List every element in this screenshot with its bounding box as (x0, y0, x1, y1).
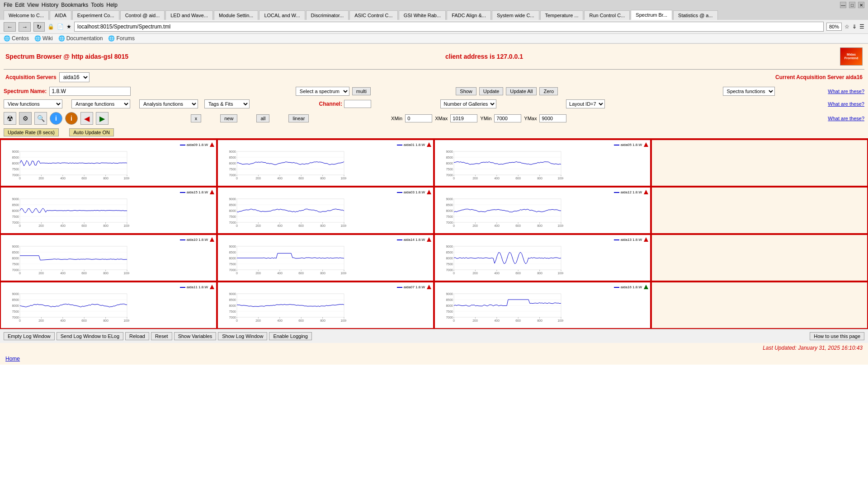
minimize-button[interactable]: — (840, 2, 846, 8)
enable-logging-button[interactable]: Enable Logging (269, 332, 311, 340)
multi-button[interactable]: multi (352, 87, 371, 95)
tab-spectrum[interactable]: Spectrum Br... (631, 10, 672, 20)
prev-arrow-icon[interactable]: ◀ (80, 112, 93, 125)
file-menu[interactable]: File (4, 2, 12, 8)
update-rate-button[interactable]: Update Rate (8 secs) (4, 128, 59, 136)
send-log-button[interactable]: Send Log Window to ELog (57, 332, 123, 340)
zero-button[interactable]: Zero (539, 87, 558, 95)
bookmark-documentation[interactable]: 🌐 Documentation (58, 35, 103, 42)
linear-button[interactable]: linear (288, 114, 309, 122)
tools-menu[interactable]: Tools (91, 2, 104, 8)
tab-temperature[interactable]: Temperature ... (540, 10, 584, 20)
xmax-input[interactable] (450, 114, 477, 122)
chart-cell-empty3[interactable] (651, 234, 868, 282)
chart-cell-aida09[interactable]: aida09 1.8.W7000750080008500900002004006… (0, 139, 217, 187)
show-log-window-button[interactable]: Show Log Window (218, 332, 267, 340)
chart-cell-aida15[interactable]: aida15 1.8.W7000750080008500900002004006… (0, 187, 217, 234)
download-icon[interactable]: ⇓ (852, 23, 857, 30)
xmin-input[interactable] (405, 114, 432, 122)
tab-discriminator[interactable]: Discriminator... (306, 10, 349, 20)
num-galleries-select[interactable]: Number of Galleries (440, 99, 496, 108)
layout-id-select[interactable]: Layout ID=7 (566, 99, 605, 108)
spectrum-name-input[interactable] (49, 87, 131, 96)
bookmark-wiki[interactable]: 🌐 Wiki (34, 35, 53, 42)
tab-led[interactable]: LED and Wave... (165, 10, 213, 20)
chart-cell-empty4[interactable] (651, 282, 868, 329)
tab-fadc[interactable]: FADC Align &... (447, 10, 491, 20)
menu-icon[interactable]: ☰ (859, 23, 864, 30)
address-input[interactable] (74, 22, 824, 32)
bookmark-forums[interactable]: 🌐 Forums (108, 35, 135, 42)
update-all-button[interactable]: Update All (506, 87, 537, 95)
bookmark-centos[interactable]: 🌐 Centos (4, 35, 29, 42)
x-button[interactable]: x (191, 114, 202, 122)
tab-welcome[interactable]: Welcome to C... (4, 10, 49, 20)
star-icon[interactable]: ☆ (844, 23, 849, 30)
svg-text:7000: 7000 (12, 316, 19, 319)
what-these-3[interactable]: What are these? (828, 116, 864, 121)
ymin-input[interactable] (494, 114, 521, 122)
forward-button[interactable]: → (19, 22, 31, 32)
analysis-functions-select[interactable]: Analysis functions (139, 99, 198, 108)
bookmarks-menu[interactable]: Bookmarks (61, 2, 88, 8)
what-these-1[interactable]: What are these? (828, 89, 864, 94)
next-arrow-icon[interactable]: ▶ (96, 112, 108, 125)
arrange-functions-select[interactable]: Arrange functions (71, 99, 130, 108)
chart-cell-empty1[interactable] (651, 139, 868, 187)
help-menu[interactable]: Help (106, 2, 118, 8)
all-button[interactable]: all (256, 114, 269, 122)
how-to-button[interactable]: How to use this page (810, 332, 864, 340)
show-button[interactable]: Show (456, 87, 476, 95)
tab-statistics[interactable]: Statistics @ a... (673, 10, 718, 20)
tab-module[interactable]: Module Settin... (214, 10, 258, 20)
update-button[interactable]: Update (479, 87, 503, 95)
tab-gsi[interactable]: GSI White Rab... (399, 10, 446, 20)
chart-cell-empty2[interactable] (651, 187, 868, 234)
select-spectrum-dropdown[interactable]: Select a spectrum (296, 87, 349, 96)
what-these-2[interactable]: What are these? (828, 101, 864, 107)
ymax-input[interactable] (539, 114, 566, 122)
maximize-button[interactable]: □ (849, 2, 855, 8)
reload-nav-button[interactable]: ↻ (33, 22, 45, 32)
tab-system[interactable]: System wide C... (492, 10, 539, 20)
empty-log-button[interactable]: Empty Log Window (4, 332, 55, 340)
chart-cell-aida16[interactable]: aida16 1.8.W7000750080008500900002004006… (434, 282, 651, 329)
tab-control[interactable]: Control @ aid... (120, 10, 165, 20)
chart-cell-aida03[interactable]: aida03 1.8.W7000750080008500900002004006… (217, 187, 434, 234)
chart-cell-aida01[interactable]: aida01 1.8.W7000750080008500900002004006… (217, 139, 434, 187)
tags-fits-select[interactable]: Tags & Fits (204, 99, 250, 108)
chart-cell-aida10[interactable]: aida10 1.8.W7000750080008500900002004006… (0, 234, 217, 282)
chart-cell-aida14[interactable]: aida14 1.8.W7000750080008500900002004006… (217, 234, 434, 282)
radiation-icon[interactable]: ☢ (4, 112, 16, 125)
chart-cell-aida12[interactable]: aida12 1.8.W7000750080008500900002004006… (434, 187, 651, 234)
close-button[interactable]: ✕ (858, 2, 864, 8)
spectra-functions-dropdown[interactable]: Spectra functions (723, 87, 775, 96)
new-button[interactable]: new (220, 114, 237, 122)
chart-cell-aida13[interactable]: aida13 1.8.W7000750080008500900002004006… (434, 234, 651, 282)
view-functions-select[interactable]: View functions (4, 99, 62, 108)
edit-menu[interactable]: Edit (15, 2, 24, 8)
reset-button[interactable]: Reset (151, 332, 172, 340)
show-variables-button[interactable]: Show Variables (174, 332, 217, 340)
back-button[interactable]: ← (4, 22, 16, 32)
home-link[interactable]: Home (5, 356, 20, 362)
tab-runcontrol[interactable]: Run Control C... (584, 10, 630, 20)
tab-local[interactable]: LOCAL and W... (259, 10, 305, 20)
info-blue-icon[interactable]: i (50, 112, 62, 125)
auto-update-button[interactable]: Auto Update ON (69, 128, 114, 136)
search-icon[interactable]: 🔍 (34, 112, 47, 125)
tab-asic[interactable]: ASIC Control C... (349, 10, 397, 20)
channel-input[interactable] (344, 100, 371, 108)
tab-experiment[interactable]: Experiment Co... (72, 10, 119, 20)
tab-aida[interactable]: AIDA (50, 10, 71, 20)
chart-cell-aida05[interactable]: aida05 1.8.W7000750080008500900002004006… (434, 139, 651, 187)
chart-cell-aida07[interactable]: aida07 1.8.W7000750080008500900002004006… (217, 282, 434, 329)
history-menu[interactable]: History (42, 2, 58, 8)
view-menu[interactable]: View (27, 2, 39, 8)
svg-marker-150 (210, 237, 214, 242)
info-orange-icon[interactable]: i (65, 112, 78, 125)
chart-cell-aida11[interactable]: aida11 1.8.W7000750080008500900002004006… (0, 282, 217, 329)
reload-button[interactable]: Reload (125, 332, 149, 340)
acq-server-select[interactable]: aida16 (59, 72, 90, 82)
settings-icon[interactable]: ⚙ (19, 112, 32, 125)
